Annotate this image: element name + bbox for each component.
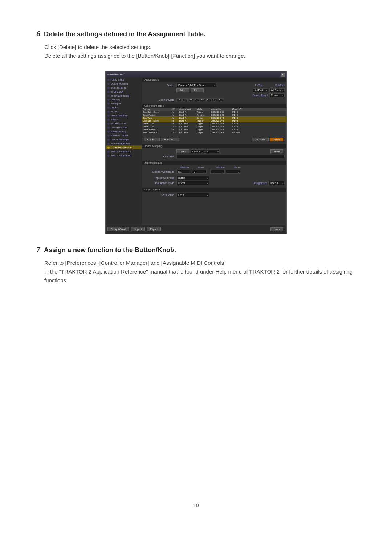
step-7-line1: Refer to [Preferences]-[Controller Manag… xyxy=(44,259,356,267)
page-number: 10 xyxy=(36,502,356,508)
chevron-down-icon: ▾ xyxy=(214,84,215,86)
sidebar-item[interactable]: Decks xyxy=(106,106,142,110)
sidebar-item[interactable]: Mix Recorder xyxy=(106,122,142,126)
sidebar-item[interactable]: Layout Manager xyxy=(106,138,142,141)
sidebar-item[interactable]: Controller Manager xyxy=(106,145,142,149)
duplicate-button[interactable]: Duplicate xyxy=(252,138,269,141)
edit-button[interactable]: Edit... xyxy=(191,88,204,92)
step-title: Assign a new function to the Button/Knob… xyxy=(44,246,176,254)
in-port-select[interactable]: All Ports▾ xyxy=(253,88,268,92)
learn-button[interactable]: Learn xyxy=(176,149,189,153)
modifier-pill: 3 0 xyxy=(188,98,193,101)
sidebar-item-label: Effects xyxy=(111,118,118,121)
close-button[interactable]: Close xyxy=(270,227,283,231)
close-icon[interactable]: × xyxy=(281,73,285,77)
table-row[interactable]: Cue TypeInDeck ADirectCh01.CC.044M1=0 xyxy=(142,116,286,119)
sidebar-item[interactable]: Browser Details xyxy=(106,134,142,138)
sidebar-item[interactable]: Transport xyxy=(106,102,142,106)
m1-value-select[interactable]: 0▾ xyxy=(192,170,207,174)
table-row[interactable]: Seek PositionInDeck ARelativeCh01.CC.045… xyxy=(142,114,286,116)
modifier-header: Modifier xyxy=(176,166,193,169)
sidebar-item-label: Layout Manager xyxy=(111,138,129,141)
bullet-icon xyxy=(107,91,110,93)
bullet-icon xyxy=(107,127,110,129)
step-6-body: Click [Delete] to delete the selected se… xyxy=(44,43,356,60)
setup-wizard-button[interactable]: Setup Wizard xyxy=(107,227,129,231)
type-of-controller-select[interactable]: Button▾ xyxy=(176,176,209,180)
modifier2-header: Modifier xyxy=(213,166,229,169)
cell-io: Out xyxy=(171,131,178,134)
sidebar-item[interactable]: Input Routing xyxy=(106,86,142,90)
set-to-value-select[interactable]: Load▾ xyxy=(176,193,209,197)
cell-io: In xyxy=(171,116,178,119)
modifier-pill: 6 0 xyxy=(206,98,211,101)
sidebar-item[interactable]: Effects xyxy=(106,118,142,122)
cell-io: In xyxy=(171,119,178,122)
table-row[interactable]: Effect Button 2OutFX Unit 4OutputCh01.CC… xyxy=(142,131,286,134)
assignment-select[interactable]: Deck A▾ xyxy=(268,181,285,185)
cell-mapped: Ch01.CC.043 xyxy=(209,131,231,134)
sidebar-item[interactable]: Timecode Setup xyxy=(106,94,142,98)
button-options-header: Button Options xyxy=(142,188,286,192)
delete-button[interactable]: Delete xyxy=(270,138,283,141)
cell-cond: M1=0 xyxy=(231,116,246,119)
table-row[interactable]: Effect 3 OnOutFX Unit 4OutputCh01.CC.043… xyxy=(142,125,286,128)
step-6-line1: Click [Delete] to delete the selected se… xyxy=(44,43,356,52)
bullet-icon xyxy=(107,111,110,113)
table-row[interactable]: Effect 3 OnInFX Unit 4ToggleCh01.CC.043F… xyxy=(142,122,286,125)
device-target-select[interactable]: Focus▾ xyxy=(269,93,285,97)
sidebar-item[interactable]: Loading xyxy=(106,98,142,102)
add-out-button[interactable]: Add Out... xyxy=(161,138,179,141)
modifier-conditions-label: Modifier Conditions xyxy=(144,171,176,173)
modifier-state: 1 02 03 04 05 06 07 08 0 xyxy=(176,98,223,101)
export-button[interactable]: Export xyxy=(147,227,160,231)
step-7-heading: 7 Assign a new function to the Button/Kn… xyxy=(36,245,356,254)
m1-select[interactable]: M1▾ xyxy=(176,170,191,174)
sidebar-item-label: Loading xyxy=(111,98,120,101)
import-button[interactable]: Import xyxy=(131,227,145,231)
cell-assignment: FX Unit 4 xyxy=(178,125,196,128)
sidebar-item[interactable]: MIDI Clock xyxy=(106,90,142,94)
table-row[interactable]: Cue Set + StoreInDeck ATriggerCh01.CC.04… xyxy=(142,111,286,114)
col-mode: Mode xyxy=(196,108,209,111)
m2-select[interactable]: -▾ xyxy=(210,170,225,174)
chevron-down-icon: ▾ xyxy=(204,171,205,173)
step-6-heading: 6 Delete the settings defined in the Ass… xyxy=(36,29,356,38)
sidebar-item[interactable]: Broadcasting xyxy=(106,130,142,134)
sidebar-item[interactable]: Output Routing xyxy=(106,82,142,86)
sidebar-item[interactable]: File Management xyxy=(106,141,142,145)
comment-input[interactable] xyxy=(176,155,285,158)
table-row[interactable]: Cue Set + StoreInDeck ATriggerCh01.CC.04… xyxy=(142,119,286,122)
cell-mode: Trigger xyxy=(196,111,209,114)
sidebar-item[interactable]: Mixer xyxy=(106,110,142,114)
bullet-icon xyxy=(107,135,110,137)
learn-value[interactable]: Ch01.CC.044▾ xyxy=(191,149,220,153)
table-body[interactable]: Cue Set + StoreInDeck ATriggerCh01.CC.04… xyxy=(142,111,286,136)
chevron-down-icon: ▾ xyxy=(282,89,283,91)
sidebar-item-label: Traktor Kontrol X1 xyxy=(111,150,131,153)
cell-control: Cue Set + Store xyxy=(142,119,171,122)
add-button[interactable]: Add... xyxy=(176,88,189,92)
out-port-label: Out-Port xyxy=(275,84,285,86)
sidebar-item-label: Mixer xyxy=(111,110,117,113)
add-in-button[interactable]: Add In... xyxy=(144,138,160,141)
sidebar-item[interactable]: Audio Setup xyxy=(106,78,142,82)
sidebar-item[interactable]: Loop Recorder xyxy=(106,126,142,130)
out-port-select[interactable]: All Ports▾ xyxy=(269,88,285,92)
reset-button[interactable]: Reset xyxy=(270,149,283,153)
sidebar-item-label: Global Settings xyxy=(111,114,128,117)
mapping-details-header: Mapping Details xyxy=(142,161,286,165)
sidebar-item[interactable]: Traktor Kontrol X1 xyxy=(106,149,142,153)
cell-io: In xyxy=(171,114,178,116)
m2-value-select[interactable]: -▾ xyxy=(226,170,240,174)
cell-mapped: Ch01.CC.043 xyxy=(209,128,231,131)
preferences-window: Preferences × Audio SetupOutput RoutingI… xyxy=(105,71,287,234)
cell-assignment: Deck A xyxy=(178,114,196,116)
interaction-mode-select[interactable]: Direct▾ xyxy=(176,181,209,185)
sidebar-item[interactable]: Global Settings xyxy=(106,114,142,118)
cell-cond: FX Pa~ xyxy=(231,131,246,134)
sidebar-item[interactable]: Traktor Kontrol S4 xyxy=(106,153,142,157)
table-row[interactable]: Effect Button 2InFX Unit 4ToggleCh01.CC.… xyxy=(142,128,286,131)
cell-control: Cue Set + Store xyxy=(142,111,171,114)
device-select[interactable]: Pioneer.DJM-T1 - Gene▾ xyxy=(176,83,216,87)
